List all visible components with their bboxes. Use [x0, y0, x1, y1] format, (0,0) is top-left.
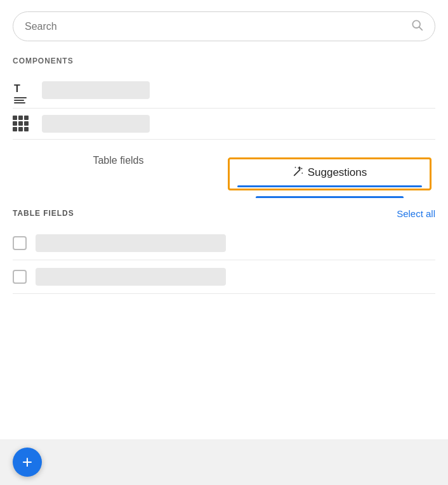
search-icon	[411, 18, 423, 34]
fab-plus-icon: +	[22, 453, 32, 471]
bottom-bar: +	[0, 439, 448, 485]
svg-point-5	[301, 172, 303, 173]
component-table-placeholder	[42, 115, 150, 133]
table-fields-header: TABLE FIELDS Select all	[13, 198, 435, 227]
tab-table-fields[interactable]: Table fields	[13, 146, 224, 198]
suggestions-tab-wrapper: Suggestions	[228, 157, 432, 190]
text-component-icon: T	[13, 79, 33, 102]
suggestions-icon	[293, 166, 304, 180]
page-container: COMPONENTS T	[0, 0, 448, 485]
field-placeholder-1	[36, 234, 226, 252]
field-checkbox-1[interactable]	[13, 236, 27, 250]
search-input[interactable]	[25, 21, 411, 32]
component-row-text[interactable]: T	[13, 73, 435, 109]
select-all-button[interactable]: Select all	[397, 208, 435, 219]
field-row-2[interactable]	[13, 260, 435, 294]
table-component-icon	[13, 116, 33, 131]
svg-point-4	[294, 166, 296, 168]
svg-line-2	[294, 169, 300, 175]
field-checkbox-2[interactable]	[13, 270, 27, 284]
component-row-table[interactable]	[13, 109, 435, 140]
suggestions-label: Suggestions	[308, 166, 367, 179]
tabs-row: Table fields	[13, 146, 435, 198]
component-text-placeholder	[42, 81, 150, 99]
svg-point-3	[301, 168, 302, 169]
tab-suggestions[interactable]: Suggestions	[224, 146, 435, 198]
fab-add-button[interactable]: +	[13, 448, 42, 477]
search-bar[interactable]	[13, 11, 435, 41]
field-row-1[interactable]	[13, 227, 435, 260]
svg-line-1	[419, 27, 423, 30]
components-section-label: COMPONENTS	[13, 56, 435, 65]
table-fields-label: TABLE FIELDS	[13, 209, 74, 218]
field-placeholder-2	[36, 268, 226, 286]
suggestions-underline	[237, 185, 422, 187]
